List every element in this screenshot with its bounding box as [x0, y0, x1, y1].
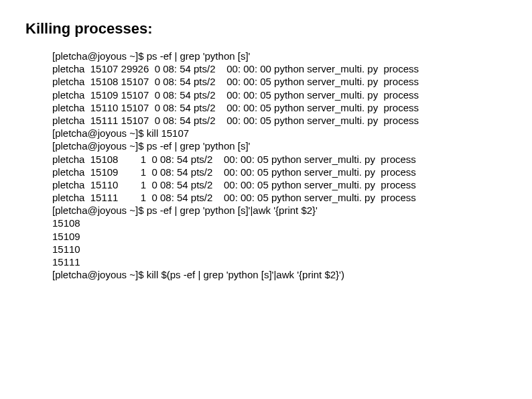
terminal-line: pletcha 15110 1 0 08: 54 pts/2 00: 00: 0…: [52, 178, 507, 191]
terminal-line: [pletcha@joyous ~]$ ps -ef | grep 'pytho…: [52, 50, 507, 62]
terminal-line: [pletcha@joyous ~]$ ps -ef | grep 'pytho…: [52, 139, 507, 152]
terminal-line: 15109: [52, 230, 507, 243]
terminal-line: [pletcha@joyous ~]$ kill 15107: [52, 127, 507, 139]
terminal-line: pletcha 15108 15107 0 08: 54 pts/2 00: 0…: [52, 75, 507, 88]
terminal-line: pletcha 15109 1 0 08: 54 pts/2 00: 00: 0…: [52, 166, 507, 178]
terminal-line: [pletcha@joyous ~]$ ps -ef | grep 'pytho…: [52, 204, 507, 217]
terminal-line: pletcha 15110 15107 0 08: 54 pts/2 00: 0…: [52, 101, 507, 114]
terminal-line: pletcha 15108 1 0 08: 54 pts/2 00: 00: 0…: [52, 153, 507, 166]
terminal-line: pletcha 15109 15107 0 08: 54 pts/2 00: 0…: [52, 89, 507, 101]
terminal-line: pletcha 15111 15107 0 08: 54 pts/2 00: 0…: [52, 114, 507, 127]
terminal-line: pletcha 15111 1 0 08: 54 pts/2 00: 00: 0…: [52, 191, 507, 204]
terminal-line: 15111: [52, 255, 507, 268]
page-title: Killing processes:: [25, 20, 507, 38]
terminal-line: pletcha 15107 29926 0 08: 54 pts/2 00: 0…: [52, 62, 507, 75]
terminal-line: 15110: [52, 243, 507, 255]
terminal-line: 15108: [52, 217, 507, 229]
terminal-output: [pletcha@joyous ~]$ ps -ef | grep 'pytho…: [52, 50, 507, 281]
terminal-line: [pletcha@joyous ~]$ kill $(ps -ef | grep…: [52, 268, 507, 281]
